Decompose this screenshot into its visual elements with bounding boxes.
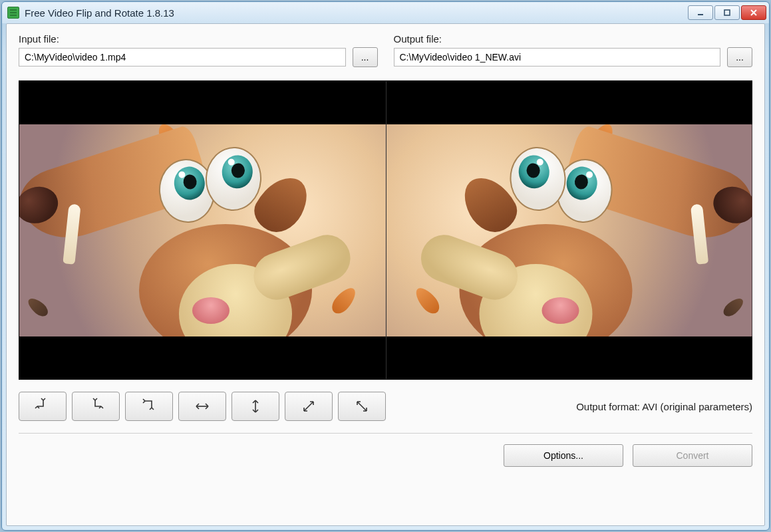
flip-diagonal-trbl-button[interactable]	[338, 392, 386, 421]
preview-original	[19, 124, 386, 336]
rotate-ccw-90-icon	[33, 397, 52, 416]
browse-output-button[interactable]: ...	[727, 47, 752, 67]
window-controls	[688, 5, 766, 20]
flip-diagonal-trbl-icon	[353, 397, 371, 416]
rotate-cw-90-button[interactable]	[72, 392, 120, 421]
input-file-field[interactable]	[19, 48, 346, 66]
video-preview	[19, 80, 752, 380]
browse-input-button[interactable]: ...	[353, 47, 378, 67]
close-button[interactable]	[741, 5, 766, 20]
maximize-button[interactable]	[714, 5, 740, 20]
flip-diagonal-tlbr-icon	[299, 397, 318, 416]
client-area: Input file: ... Output file: ...	[6, 23, 765, 526]
titlebar[interactable]: Free Video Flip and Rotate 1.8.13	[2, 2, 769, 23]
svg-rect-1	[724, 10, 730, 15]
close-icon	[749, 8, 758, 17]
maximize-icon	[722, 8, 732, 17]
output-file-label: Output file:	[394, 33, 753, 45]
convert-button[interactable]: Convert	[633, 444, 752, 467]
transform-toolbar: Output format: AVI (original parameters)	[19, 392, 752, 421]
preview-divider	[386, 81, 386, 379]
output-file-field[interactable]	[394, 48, 721, 66]
rotate-cw-90-icon	[86, 397, 105, 416]
separator	[19, 433, 752, 434]
app-window: Free Video Flip and Rotate 1.8.13 Input …	[1, 1, 770, 531]
flip-horizontal-icon	[193, 397, 212, 416]
flip-vertical-button[interactable]	[231, 392, 279, 421]
input-file-group: Input file: ...	[19, 33, 378, 67]
preview-result	[386, 124, 752, 336]
rotate-ccw-90-button[interactable]	[19, 392, 67, 421]
input-file-label: Input file:	[19, 33, 378, 45]
flip-vertical-icon	[246, 397, 265, 416]
input-file-row: ...	[19, 47, 378, 67]
file-row: Input file: ... Output file: ...	[19, 33, 752, 67]
rotate-180-button[interactable]	[125, 392, 173, 421]
output-file-row: ...	[394, 47, 753, 67]
output-format-label: Output format: AVI (original parameters)	[576, 401, 752, 412]
tool-buttons	[19, 392, 386, 421]
options-button[interactable]: Options...	[504, 444, 623, 467]
minimize-icon	[696, 8, 705, 17]
bottom-buttons: Options... Convert	[19, 444, 752, 467]
window-title: Free Video Flip and Rotate 1.8.13	[25, 7, 174, 19]
minimize-button[interactable]	[688, 5, 713, 20]
rotate-180-icon	[140, 397, 158, 416]
flip-horizontal-button[interactable]	[178, 392, 226, 421]
app-icon	[7, 7, 19, 19]
output-file-group: Output file: ...	[394, 33, 753, 67]
flip-diagonal-tlbr-button[interactable]	[285, 392, 333, 421]
